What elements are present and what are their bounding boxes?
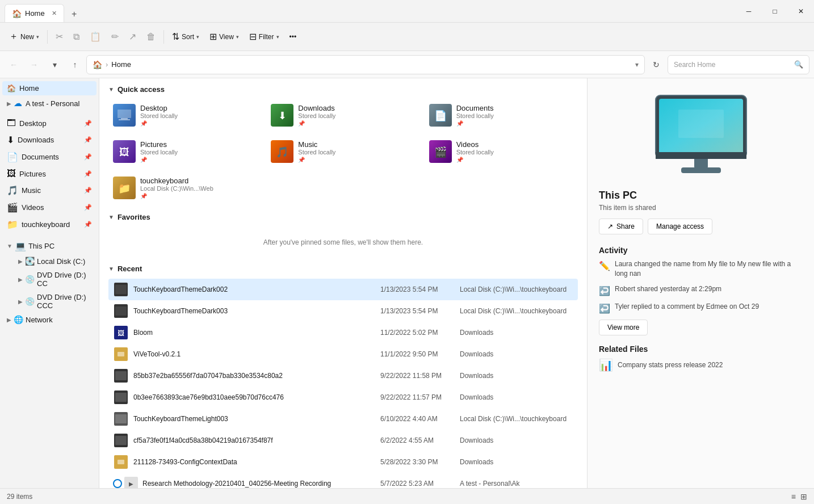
qa-touchkeyboard-pin: 📌 [140, 193, 213, 199]
recent-item-0[interactable]: TouchKeyboardThemeDark002 1/13/2023 5:54… [108, 279, 578, 300]
add-tab-button[interactable]: + [66, 6, 82, 22]
recent-item-1[interactable]: TouchKeyboardThemeDark003 1/13/2023 5:54… [108, 300, 578, 322]
qa-desktop-info: Desktop Stored locally 📌 [140, 104, 178, 127]
statusbar-count: 29 items [7, 493, 32, 501]
qa-touchkeyboard-name: touchkeyboard [140, 177, 213, 185]
refresh-button[interactable]: ↻ [647, 56, 665, 74]
rename-button[interactable]: ✏ [107, 28, 123, 45]
recent-item-6[interactable]: TouchKeyboardThemeLight003 6/10/2022 4:4… [108, 408, 578, 430]
qa-item-documents[interactable]: 📄 Documents Stored locally 📌 [425, 99, 578, 131]
qa-item-downloads[interactable]: ⬇ Downloads Stored locally 📌 [266, 99, 419, 131]
statusbar-right: ≡ ⊞ [791, 492, 807, 501]
view-more-button[interactable]: View more [599, 320, 648, 335]
sidebar-network-label: Network [26, 316, 53, 324]
recent-item-3[interactable]: ViVeTool-v0.2.1 11/1/2022 9:50 PM Downlo… [108, 343, 578, 365]
qa-touchkeyboard-info: touchkeyboard Local Disk (C:)\Win...\Web… [140, 177, 213, 199]
sidebar-item-a-test[interactable]: ▶ ☁ A test - Personal [2, 96, 96, 111]
view-icon: ⊞ [209, 31, 217, 42]
qa-pictures-path: Stored locally [140, 149, 178, 156]
thispc-icon: 💻 [15, 241, 26, 251]
manage-access-button[interactable]: Manage access [648, 219, 712, 234]
view-button[interactable]: ⊞ View ▾ [205, 28, 244, 45]
sidebar-touchkeyboard-label: touchkeyboard [22, 220, 70, 229]
maximize-button[interactable]: □ [762, 0, 788, 23]
sidebar-item-localdisk[interactable]: ▶ 💽 Local Disk (C:) [2, 254, 96, 268]
qa-music-name: Music [298, 140, 335, 149]
search-icon: 🔍 [794, 60, 803, 69]
up-button[interactable]: ↑ [66, 56, 84, 74]
paste-icon: 📋 [90, 31, 101, 42]
sidebar-item-dvd1[interactable]: ▶ 💿 DVD Drive (D:) CC [2, 268, 96, 290]
copy-icon: ⧉ [73, 32, 79, 42]
downloads-pin-icon: 📌 [84, 136, 92, 144]
qa-item-pictures[interactable]: 🖼 Pictures Stored locally 📌 [108, 136, 262, 167]
progress-indicator-9 [113, 479, 122, 488]
delete-button[interactable]: 🗑 [142, 29, 160, 45]
sort-button[interactable]: ⇅ Sort ▾ [167, 28, 204, 45]
sort-icon: ⇅ [172, 31, 179, 42]
sidebar-item-videos[interactable]: 🎬 Videos 📌 [2, 199, 96, 216]
sidebar-item-touchkeyboard[interactable]: 📁 touchkeyboard 📌 [2, 216, 96, 233]
close-button[interactable]: ✕ [788, 0, 814, 23]
favorites-label: Favorites [118, 213, 150, 221]
list-view-button[interactable]: ≡ [791, 492, 796, 501]
qa-item-desktop[interactable]: Desktop Stored locally 📌 [108, 99, 262, 131]
home-tab[interactable]: 🏠 Home ✕ [5, 4, 64, 22]
recent-item-4[interactable]: 85bb37e2ba65556f7da07047bab330e3534c80a2… [108, 365, 578, 387]
qa-item-music[interactable]: 🎵 Music Stored locally 📌 [266, 136, 419, 167]
music-pin-icon: 📌 [84, 187, 92, 194]
back-button[interactable]: ← [5, 56, 23, 74]
sidebar-item-network[interactable]: ▶ 🌐 Network [2, 313, 96, 326]
sidebar-item-thispc[interactable]: ▼ 💻 This PC [2, 238, 96, 254]
sidebar-item-documents[interactable]: 📄 Documents 📌 [2, 149, 96, 165]
more-options-button[interactable]: ••• [285, 30, 301, 44]
recent-loc-7: Downloads [460, 436, 573, 444]
recent-date-1: 1/13/2023 5:54 PM [380, 307, 460, 315]
manage-btn-label: Manage access [656, 222, 704, 230]
recent-item-5[interactable]: 0b3ee7663893cae76e9bd310aee59b70d76cc476… [108, 387, 578, 408]
svg-rect-1 [118, 110, 131, 118]
grid-view-button[interactable]: ⊞ [800, 492, 807, 501]
tab-close-button[interactable]: ✕ [52, 10, 57, 17]
sidebar-item-home[interactable]: 🏠 Home [2, 81, 96, 95]
cut-button[interactable]: ✂ [51, 28, 68, 45]
copy-button[interactable]: ⧉ [69, 29, 84, 45]
recent-item-9[interactable]: ▶ Research Methodology-20210401_040256-M… [108, 473, 578, 488]
quick-access-header[interactable]: ▼ Quick access [108, 85, 578, 94]
tab-label: Home [25, 9, 45, 18]
recent-icon-4 [113, 368, 129, 384]
recent-icon-0 [113, 282, 129, 297]
qa-item-touchkeyboard[interactable]: 📁 touchkeyboard Local Disk (C:)\Win...\W… [108, 172, 262, 204]
qa-desktop-path: Stored locally [140, 112, 178, 119]
recent-name-0: TouchKeyboardThemeDark002 [133, 285, 380, 293]
qa-pictures-info: Pictures Stored locally 📌 [140, 140, 178, 163]
share-toolbar-button[interactable]: ↗ [124, 28, 141, 45]
sidebar-item-desktop[interactable]: 🗔 Desktop 📌 [2, 115, 96, 131]
sidebar-item-music[interactable]: 🎵 Music 📌 [2, 182, 96, 199]
recent-item-7[interactable]: cf5a73fe0f1f4a0cd58a38b04219a0167354f87f… [108, 430, 578, 451]
titlebar: 🏠 Home ✕ + ─ □ ✕ [0, 0, 814, 23]
favorites-header[interactable]: ▼ Favorites [108, 213, 578, 221]
share-button[interactable]: ↗ Share [599, 219, 643, 234]
sidebar-item-pictures[interactable]: 🖼 Pictures 📌 [2, 166, 96, 182]
sidebar-item-dvd2[interactable]: ▶ 💿 DVD Drive (D:) CCC [2, 291, 96, 312]
quick-access-chevron-icon: ▼ [108, 86, 114, 93]
qa-item-videos[interactable]: 🎬 Videos Stored locally 📌 [425, 136, 578, 167]
sidebar-item-downloads[interactable]: ⬇ Downloads 📌 [2, 132, 96, 148]
dropdown-history-button[interactable]: ▾ [45, 56, 64, 74]
recent-header[interactable]: ▼ Recent [108, 264, 578, 273]
recent-item-2[interactable]: 🖼 Bloom 11/2/2022 5:02 PM Downloads [108, 322, 578, 343]
related-file-item-0[interactable]: 📊 Company stats press release 2022 [599, 358, 803, 372]
paste-button[interactable]: 📋 [85, 28, 106, 45]
search-box[interactable]: Search Home 🔍 [668, 55, 809, 74]
address-box[interactable]: 🏠 › Home ▾ [86, 55, 645, 74]
recent-item-8[interactable]: 211128-73493-ConfigContextData 5/28/2022… [108, 451, 578, 473]
new-button[interactable]: ＋ New ▾ [5, 28, 44, 45]
recent-date-2: 11/2/2022 5:02 PM [380, 329, 460, 337]
forward-button[interactable]: → [25, 56, 43, 74]
recent-icon-1 [113, 303, 129, 319]
address-chevron-icon[interactable]: ▾ [635, 61, 639, 69]
filter-button[interactable]: ⊟ Filter ▾ [245, 28, 284, 45]
addressbar: ← → ▾ ↑ 🏠 › Home ▾ ↻ Search Home 🔍 [0, 51, 814, 78]
minimize-button[interactable]: ─ [736, 0, 762, 23]
